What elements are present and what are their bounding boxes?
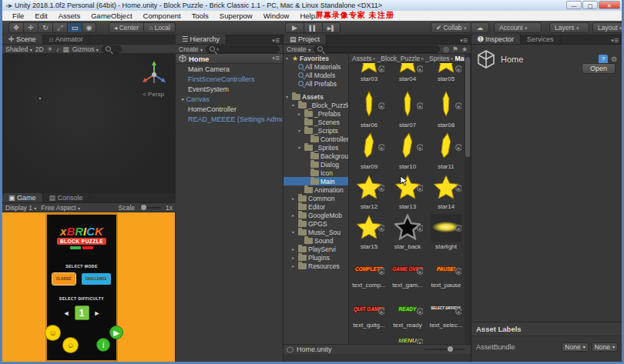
tree-item-_block_puzzle[interactable]: ▾_Block_Puzzle xyxy=(283,101,348,109)
expander-icon[interactable]: ▸ xyxy=(292,246,297,252)
expander-icon[interactable]: ▾ xyxy=(298,145,303,150)
tree-item-background[interactable]: Background xyxy=(283,152,348,160)
tab-game[interactable]: ▣ Game xyxy=(2,193,43,202)
asset-item-star13[interactable]: ▸star13 xyxy=(389,174,426,210)
expander-icon[interactable]: ▾ xyxy=(292,229,297,235)
step-button[interactable]: ▶▌ xyxy=(322,22,341,33)
asset-item-star05[interactable]: ▸star05 xyxy=(428,63,465,82)
asset-item-text_comp...[interactable]: COMPLETE▸text_comp... xyxy=(351,260,387,289)
tree-item-sound[interactable]: Sound xyxy=(283,236,348,245)
game-round-button-3[interactable]: ▶ xyxy=(109,326,123,339)
sprite-expander-badge[interactable]: ▸ xyxy=(417,268,423,275)
tree-item-googlemob[interactable]: ▸GoogleMob xyxy=(283,211,348,219)
sprite-expander-badge[interactable]: ▸ xyxy=(455,268,461,275)
sprite-expander-badge[interactable]: ▸ xyxy=(417,339,423,344)
close-button[interactable]: ✕ xyxy=(599,1,620,9)
display-dropdown[interactable]: Display 1 ▾ xyxy=(5,204,36,212)
sprite-expander-badge[interactable]: ▸ xyxy=(378,65,384,72)
tab-hierarchy[interactable]: ☰ Hierarchy xyxy=(176,35,226,44)
play-button[interactable]: ▶ xyxy=(285,22,304,33)
scene-header-menu-icon[interactable]: ▾☰ xyxy=(272,55,280,62)
hierarchy-item[interactable]: EventSystem xyxy=(176,84,283,94)
expander-icon[interactable]: ▸ xyxy=(292,255,297,260)
hierarchy-create-dropdown[interactable]: Create ▾ xyxy=(179,45,203,53)
menu-superpow[interactable]: Superpow xyxy=(214,12,258,20)
icon-size-slider[interactable] xyxy=(424,349,465,350)
tree-item-main[interactable]: Main xyxy=(283,177,348,185)
tree-item-all materials[interactable]: All Materials xyxy=(283,62,348,71)
grid-scrollbar[interactable] xyxy=(465,54,471,344)
hierarchy-item[interactable]: ▸Canvas xyxy=(176,94,283,104)
mode-button-challenge[interactable]: CHALLENGE xyxy=(82,273,111,285)
tab-console[interactable]: ▤ Console xyxy=(43,193,90,202)
scene-effects-icon[interactable]: ▦ xyxy=(62,45,69,53)
tree-item-favorites[interactable]: ▾★Favorites xyxy=(283,54,348,62)
hand-tool-icon[interactable]: ✥ xyxy=(8,22,23,33)
asset-item-star_back[interactable]: ▸star_back xyxy=(389,214,426,250)
tab-inspector[interactable]: ➊ Inspector xyxy=(471,35,521,44)
account-dropdown[interactable]: Account ▾ xyxy=(494,22,542,33)
expander-icon[interactable]: ▾ xyxy=(292,102,297,108)
sprite-expander-badge[interactable]: ▸ xyxy=(378,308,384,315)
move-tool-icon[interactable]: ✛ xyxy=(23,22,38,33)
tab-services[interactable]: Services xyxy=(521,35,561,44)
asset-item-text_quitg...[interactable]: QUIT GAME?▸text_quitg... xyxy=(351,300,387,329)
asset-labels-header[interactable]: Asset Labels xyxy=(471,322,622,336)
rotate-tool-icon[interactable]: ↻ xyxy=(38,22,52,33)
asset-item-star04[interactable]: ▸star04 xyxy=(389,63,426,82)
save-search-icon[interactable]: ★ xyxy=(461,45,468,53)
asset-item-text_pause[interactable]: PAUSE!▸text_pause xyxy=(428,260,465,289)
tree-item-_sprites[interactable]: ▾_Sprites xyxy=(283,143,348,152)
scene-search-input[interactable] xyxy=(102,45,122,53)
assetbundle-variant-dropdown[interactable]: None ▾ xyxy=(592,342,618,352)
asset-item-star11[interactable]: ▸star11 xyxy=(428,132,465,170)
breadcrumb-segment[interactable]: Assets xyxy=(352,55,372,62)
game-round-button-1[interactable]: ☺ xyxy=(62,337,79,353)
project-search-input[interactable] xyxy=(314,45,440,53)
sprite-expander-badge[interactable]: ▸ xyxy=(455,308,461,315)
assetbundle-dropdown[interactable]: None ▾ xyxy=(562,342,588,352)
rect-tool-icon[interactable]: ▭ xyxy=(67,22,82,33)
open-button[interactable]: Open xyxy=(582,63,616,74)
layers-dropdown[interactable]: Layers ▾ xyxy=(549,22,589,33)
sprite-expander-badge[interactable]: ▸ xyxy=(455,102,461,109)
asset-item-star14[interactable]: ▸star14 xyxy=(428,174,465,210)
project-create-dropdown[interactable]: Create ▾ xyxy=(287,45,310,53)
expander-icon[interactable]: ▸ xyxy=(292,195,297,201)
expander-icon[interactable]: ▾ xyxy=(286,55,290,61)
sprite-expander-badge[interactable]: ▸ xyxy=(455,225,461,232)
space-toggle[interactable]: ⌂ Local xyxy=(144,22,176,33)
cloud-icon[interactable]: ☁ xyxy=(471,22,489,33)
menu-edit[interactable]: Edit xyxy=(29,12,52,20)
maximize-button[interactable]: ▢ xyxy=(582,1,598,9)
tree-item-icon[interactable]: Icon xyxy=(283,169,348,177)
game-round-button-0[interactable]: ☺ xyxy=(45,325,61,341)
menu-tools[interactable]: Tools xyxy=(186,12,214,20)
tree-item-_scenes[interactable]: _Scenes xyxy=(283,118,348,126)
asset-item-starlight[interactable]: ▸starlight xyxy=(428,214,465,250)
scale-slider[interactable] xyxy=(139,207,161,209)
shading-dropdown[interactable]: Shaded ▾ xyxy=(5,45,32,53)
sprite-expander-badge[interactable]: ▸ xyxy=(455,185,461,192)
mode-button-classic[interactable]: CLASSIC xyxy=(52,273,75,285)
gear-icon[interactable]: ⚙ xyxy=(611,55,617,63)
sprite-expander-badge[interactable]: ▸ xyxy=(417,65,423,72)
asset-item-star10[interactable]: ▸star10 xyxy=(389,132,426,170)
search-by-label-icon[interactable]: ⚑ xyxy=(452,45,458,53)
search-by-type-icon[interactable]: ◎ xyxy=(443,45,449,53)
sprite-expander-badge[interactable]: ▸ xyxy=(378,185,384,192)
breadcrumb-segment[interactable]: _Sprites xyxy=(425,55,449,62)
asset-item-star06[interactable]: ▸star06 xyxy=(351,91,387,129)
difficulty-right-arrow[interactable]: ► xyxy=(94,309,101,317)
tree-item-music_sou[interactable]: ▾Music_Sou xyxy=(283,228,348,236)
tab-project[interactable]: ▤ Project xyxy=(283,35,327,44)
hierarchy-scene-header[interactable]: Home ▾☰ xyxy=(176,54,283,64)
asset-item-star08[interactable]: ▸star08 xyxy=(428,91,465,129)
hierarchy-item[interactable]: FirstSceneControllers xyxy=(176,74,283,84)
breadcrumb[interactable]: Assets▸_Block_Puzzle▸_Sprites▸Main xyxy=(349,54,465,63)
collab-button[interactable]: ✔ Collab ▾ xyxy=(431,22,471,33)
asset-item-star15[interactable]: ▸star15 xyxy=(351,214,387,250)
sprite-expander-badge[interactable]: ▸ xyxy=(417,102,423,109)
menu-window[interactable]: Window xyxy=(258,12,295,20)
expander-icon[interactable]: ▸ xyxy=(298,111,303,116)
